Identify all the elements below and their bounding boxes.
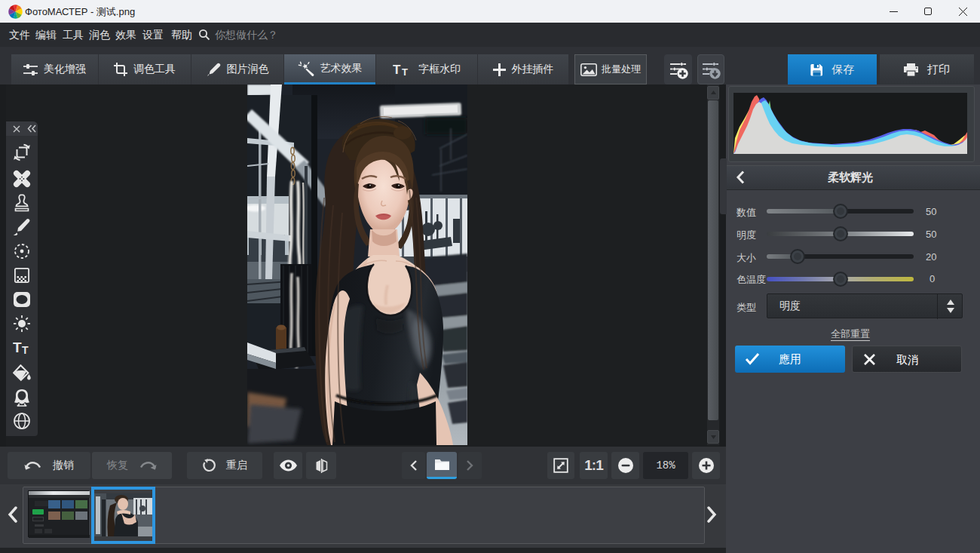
- svg-text:T: T: [393, 63, 401, 76]
- svg-text:T: T: [402, 66, 408, 76]
- svg-text:T: T: [13, 340, 22, 355]
- svg-text:T: T: [22, 344, 29, 355]
